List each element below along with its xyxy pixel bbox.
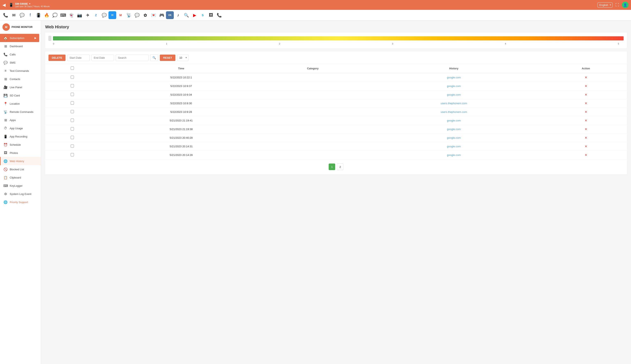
row-action-1[interactable]: ✕	[545, 82, 627, 90]
facebook-icon[interactable]: f	[26, 11, 34, 19]
row-action-8[interactable]: ✕	[545, 142, 627, 151]
voip-icon[interactable]: 📡	[125, 11, 133, 19]
sidebar-item-priority-support[interactable]: 🌐 Priority Support	[0, 198, 41, 206]
row-history-1[interactable]: google.com	[363, 82, 545, 90]
row-action-2[interactable]: ✕	[545, 90, 627, 99]
skype-icon[interactable]: S	[199, 11, 207, 19]
delete-row-icon[interactable]: ✕	[584, 153, 587, 157]
delete-row-icon[interactable]: ✕	[584, 128, 587, 131]
sidebar-item-apps[interactable]: ⊞ Apps	[0, 116, 41, 124]
language-selector[interactable]: English	[597, 2, 612, 8]
sidebar-item-clipboard[interactable]: 📋 Clipboard	[0, 174, 41, 182]
row-action-9[interactable]: ✕	[545, 151, 627, 160]
avatar[interactable]: 👤	[622, 2, 628, 8]
sidebar-item-web-history[interactable]: 🌐 Web History	[0, 157, 41, 165]
sidebar-item-keylogger[interactable]: ⌨ KeyLogger	[0, 182, 41, 190]
row-history-8[interactable]: google.com	[363, 142, 545, 151]
row-checkbox-2[interactable]	[45, 90, 100, 99]
row-history-6[interactable]: google.com	[363, 125, 545, 134]
row-action-3[interactable]: ✕	[545, 99, 627, 108]
sidebar-item-location[interactable]: 📍 Location	[0, 100, 41, 108]
row-history-9[interactable]: google.com	[363, 151, 545, 160]
gmail-icon[interactable]: M	[117, 11, 125, 19]
sidebar-item-dashboard[interactable]: ⊞ Dashboard	[0, 42, 41, 50]
row-action-0[interactable]: ✕	[545, 73, 627, 82]
sidebar-item-sms[interactable]: 💬 SMS	[0, 58, 41, 67]
sidebar-item-blocked-list[interactable]: 🚫 Blocked List	[0, 165, 41, 174]
delete-button[interactable]: DELETE	[49, 54, 66, 61]
search-app-icon[interactable]: 🔍	[182, 11, 190, 19]
huntbar-icon[interactable]: H	[108, 11, 116, 19]
back-button[interactable]: ◀	[3, 2, 6, 8]
instagram-icon[interactable]: 📷	[76, 11, 83, 19]
sidebar-item-system-log[interactable]: ⚙ System Log Event	[0, 190, 41, 198]
count-select[interactable]: 10 25 50 100	[177, 54, 189, 61]
row-checkbox-4[interactable]	[45, 108, 100, 116]
row-checkbox-5[interactable]	[45, 116, 100, 125]
row-action-7[interactable]: ✕	[545, 134, 627, 142]
phone2-icon[interactable]: 📞	[215, 11, 223, 19]
end-date-input[interactable]	[91, 54, 114, 61]
sidebar-item-contacts[interactable]: ⊞ Contacts	[0, 75, 41, 83]
row-history-7[interactable]: google.com	[363, 134, 545, 142]
email-icon[interactable]: ✉	[10, 11, 18, 19]
page-button-1[interactable]: 1	[329, 164, 335, 170]
phone-icon[interactable]: 📞	[2, 11, 10, 19]
timeline-bar[interactable]	[53, 36, 623, 40]
select-all-checkbox[interactable]	[71, 66, 74, 70]
row-checkbox-6[interactable]	[45, 125, 100, 134]
row-checkbox-1[interactable]	[45, 82, 100, 90]
sidebar-item-sd-card[interactable]: 💾 SD Card	[0, 91, 41, 100]
row-action-4[interactable]: ✕	[545, 108, 627, 116]
youtube-icon[interactable]: ▶	[191, 11, 198, 19]
messenger-icon[interactable]: 💌	[150, 11, 157, 19]
fullscreen-button[interactable]: ⛶	[614, 3, 620, 7]
snapchat-icon[interactable]: 👻	[67, 11, 75, 19]
delete-row-icon[interactable]: ✕	[584, 110, 587, 114]
sidebar-item-photos[interactable]: 🖼 Photos	[0, 149, 41, 157]
hangouts-icon[interactable]: 💬	[133, 11, 141, 19]
sidebar-item-calls[interactable]: 📞 Calls	[0, 50, 41, 58]
search-button[interactable]: 🔍	[150, 54, 158, 61]
sidebar-item-schedule[interactable]: ⏰ Schedule	[0, 140, 41, 149]
delete-row-icon[interactable]: ✕	[584, 119, 587, 122]
delete-row-icon[interactable]: ✕	[584, 136, 587, 140]
vk-icon[interactable]: VK	[166, 11, 174, 19]
row-history-4[interactable]: users.thephonem.com	[363, 108, 545, 116]
keyboard-icon[interactable]: ⌨	[59, 11, 67, 19]
zoom-icon[interactable]: Z	[92, 11, 100, 19]
row-history-0[interactable]: google.com	[363, 73, 545, 82]
row-history-3[interactable]: users.thephonem.com	[363, 99, 545, 108]
row-checkbox-3[interactable]	[45, 99, 100, 108]
whatsapp-icon[interactable]: 💬	[18, 11, 26, 19]
tinder-icon[interactable]: 🔥	[43, 11, 51, 19]
flickr-icon[interactable]: ✿	[141, 11, 149, 19]
start-date-input[interactable]	[67, 54, 90, 61]
wechat-icon[interactable]: 💭	[51, 11, 59, 19]
search-input[interactable]	[116, 54, 149, 61]
row-action-5[interactable]: ✕	[545, 116, 627, 125]
row-history-5[interactable]: google.com	[363, 116, 545, 125]
timeline-handle[interactable]	[49, 36, 51, 41]
sidebar-item-app-recording[interactable]: 📱 App Recording	[0, 132, 41, 140]
sidebar-item-app-usage[interactable]: ⏱ App Usage	[0, 124, 41, 132]
sidebar-item-remote-commands[interactable]: 📡 Remote Commands	[0, 108, 41, 116]
sidebar-item-subscription[interactable]: 🏠 Subscription ▶	[0, 34, 39, 42]
viber-icon[interactable]: 📳	[35, 11, 42, 19]
page-button-2[interactable]: 2	[337, 164, 344, 170]
gallery-icon[interactable]: 🖼	[207, 11, 215, 19]
sidebar-item-text-commands[interactable]: ≡ Text Commands	[0, 67, 41, 75]
delete-row-icon[interactable]: ✕	[584, 102, 587, 105]
row-checkbox-9[interactable]	[45, 151, 100, 160]
row-checkbox-8[interactable]	[45, 142, 100, 151]
delete-row-icon[interactable]: ✕	[584, 93, 587, 96]
delete-row-icon[interactable]: ✕	[584, 84, 587, 88]
imessage-icon[interactable]: 💬	[100, 11, 108, 19]
language-dropdown[interactable]: English	[597, 2, 612, 8]
reset-button[interactable]: RESET	[160, 54, 175, 61]
discord-icon[interactable]: 🎮	[158, 11, 166, 19]
tiktok-icon[interactable]: ♪	[174, 11, 182, 19]
row-action-6[interactable]: ✕	[545, 125, 627, 134]
telegram-icon[interactable]: ✈	[84, 11, 92, 19]
delete-row-icon[interactable]: ✕	[584, 76, 587, 79]
